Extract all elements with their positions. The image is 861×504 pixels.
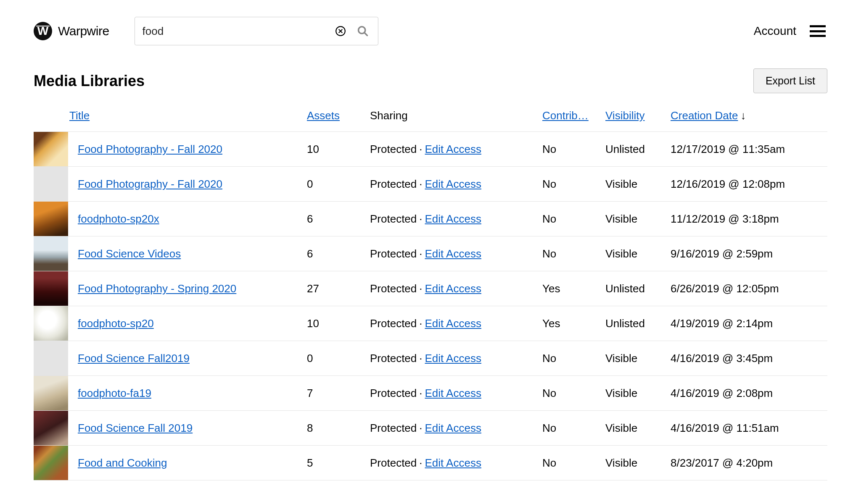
menu-button[interactable] [808,24,827,39]
library-thumbnail[interactable] [34,167,68,201]
edit-access-link[interactable]: Edit Access [425,213,481,225]
assets-cell: 8 [307,422,370,435]
table-row: Food Photography - Fall 20200Protected·E… [34,167,827,202]
creation-date-cell: 6/26/2019 @ 12:05pm [671,282,822,295]
sharing-status: Protected [370,387,417,399]
edit-access-link[interactable]: Edit Access [425,247,481,260]
separator: · [419,213,422,225]
edit-access-link[interactable]: Edit Access [425,317,481,330]
contributor-cell: Yes [542,282,605,295]
assets-cell: 10 [307,143,370,156]
contributor-cell: No [542,457,605,470]
library-thumbnail[interactable] [34,446,68,480]
library-thumbnail[interactable] [34,202,68,236]
title-cell: foodphoto-sp20 [69,317,307,330]
page-title: Media Libraries [34,72,145,90]
assets-cell: 0 [307,178,370,191]
title-cell: Food Science Fall 2019 [69,422,307,435]
title-cell: foodphoto-fa19 [69,387,307,400]
separator: · [419,317,422,330]
table-row: foodphoto-fa197Protected·Edit AccessNoVi… [34,376,827,411]
visibility-cell: Visible [605,422,671,435]
visibility-cell: Visible [605,178,671,191]
col-contributor[interactable]: Contrib… [542,109,597,122]
sharing-status: Protected [370,317,417,330]
library-thumbnail[interactable] [34,236,68,271]
creation-date-cell: 8/23/2017 @ 4:20pm [671,457,822,470]
contributor-cell: Yes [542,317,605,330]
library-title-link[interactable]: Food and Cooking [78,457,167,469]
separator: · [419,143,422,155]
library-title-link[interactable]: Food Science Fall 2019 [78,422,193,434]
export-list-button[interactable]: Export List [753,68,827,93]
brand-name: Warpwire [58,24,109,38]
library-title-link[interactable]: foodphoto-sp20x [78,213,159,225]
creation-date-cell: 9/16/2019 @ 2:59pm [671,247,822,260]
account-link[interactable]: Account [754,24,796,38]
library-title-link[interactable]: foodphoto-sp20 [78,317,154,330]
edit-access-link[interactable]: Edit Access [425,457,481,469]
separator: · [419,387,422,399]
separator: · [419,282,422,295]
clear-search-button[interactable] [333,24,348,38]
library-title-link[interactable]: foodphoto-fa19 [78,387,151,399]
contributor-cell: No [542,422,605,435]
col-visibility[interactable]: Visibility [605,109,671,122]
library-thumbnail[interactable] [34,341,68,375]
library-thumbnail[interactable] [34,271,68,306]
contributor-cell: No [542,352,605,365]
contributor-cell: No [542,213,605,226]
edit-access-link[interactable]: Edit Access [425,178,481,190]
table-row: foodphoto-sp2010Protected·Edit AccessYes… [34,306,827,341]
title-cell: Food Photography - Spring 2020 [69,282,307,295]
table-row: Food Science Fall20190Protected·Edit Acc… [34,341,827,376]
contributor-cell: No [542,387,605,400]
library-thumbnail[interactable] [34,376,68,410]
search-input[interactable] [143,25,326,38]
library-title-link[interactable]: Food Photography - Fall 2020 [78,143,222,155]
sharing-cell: Protected·Edit Access [370,143,542,156]
title-cell: Food Photography - Fall 2020 [69,178,307,191]
search-button[interactable] [355,24,370,39]
creation-date-cell: 4/16/2019 @ 11:51am [671,422,822,435]
edit-access-link[interactable]: Edit Access [425,143,481,155]
sharing-status: Protected [370,282,417,295]
edit-access-link[interactable]: Edit Access [425,422,481,434]
table-row: foodphoto-sp20x6Protected·Edit AccessNoV… [34,202,827,236]
edit-access-link[interactable]: Edit Access [425,352,481,365]
assets-cell: 6 [307,213,370,226]
edit-access-link[interactable]: Edit Access [425,282,481,295]
sharing-cell: Protected·Edit Access [370,352,542,365]
title-cell: Food and Cooking [69,457,307,470]
library-title-link[interactable]: Food Photography - Fall 2020 [78,178,222,190]
title-cell: foodphoto-sp20x [69,213,307,226]
sharing-status: Protected [370,352,417,365]
clear-icon [335,26,346,37]
brand[interactable]: Warpwire [34,22,109,40]
assets-cell: 0 [307,352,370,365]
col-assets[interactable]: Assets [307,109,370,122]
library-thumbnail[interactable] [34,132,68,166]
edit-access-link[interactable]: Edit Access [425,387,481,399]
library-thumbnail[interactable] [34,411,68,445]
sharing-cell: Protected·Edit Access [370,317,542,330]
separator: · [419,247,422,260]
libraries-table: Title Assets Sharing Contrib… Visibility… [34,106,827,480]
library-thumbnail[interactable] [34,306,68,341]
contributor-cell: No [542,178,605,191]
visibility-cell: Unlisted [605,143,671,156]
separator: · [419,422,422,434]
sharing-cell: Protected·Edit Access [370,178,542,191]
col-creation-date[interactable]: Creation Date↓ [671,109,822,122]
sharing-cell: Protected·Edit Access [370,282,542,295]
sharing-cell: Protected·Edit Access [370,387,542,400]
col-title[interactable]: Title [69,109,307,122]
assets-cell: 7 [307,387,370,400]
library-title-link[interactable]: Food Science Fall2019 [78,352,190,365]
library-title-link[interactable]: Food Photography - Spring 2020 [78,282,236,295]
assets-cell: 5 [307,457,370,470]
visibility-cell: Visible [605,247,671,260]
creation-date-cell: 4/16/2019 @ 2:08pm [671,387,822,400]
library-title-link[interactable]: Food Science Videos [78,247,181,260]
visibility-cell: Unlisted [605,317,671,330]
